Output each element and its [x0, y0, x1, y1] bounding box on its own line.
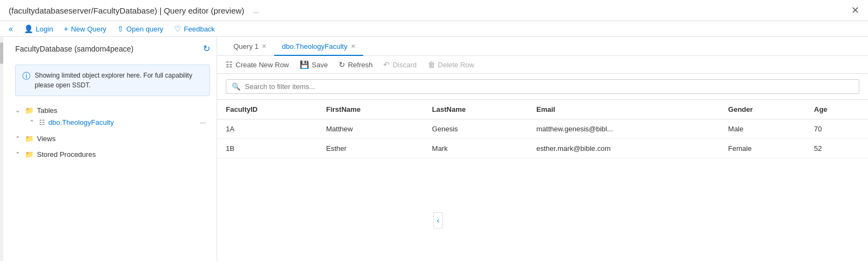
- content-area: Query 1 ✕ dbo.TheologyFaculty ✕ ☷ Create…: [217, 37, 868, 261]
- col-first-name: FirstName: [318, 100, 423, 119]
- search-bar: 🔍: [226, 79, 859, 94]
- new-query-icon: +: [64, 24, 68, 33]
- refresh-icon: ↻: [339, 60, 345, 69]
- info-text: Showing limited object explorer here. Fo…: [35, 71, 203, 90]
- cell-firstname-1: Esther: [318, 139, 423, 158]
- info-box: ⓘ Showing limited object explorer here. …: [15, 65, 210, 96]
- info-icon: ⓘ: [22, 71, 30, 81]
- toolbar: « 👤 Login + New Query ⇧ Open query ♡ Fee…: [0, 21, 868, 37]
- sidebar-refresh-icon[interactable]: ↻: [203, 43, 210, 54]
- sidebar-collapse-button[interactable]: ‹: [433, 212, 443, 228]
- tab-query1-close[interactable]: ✕: [262, 43, 267, 50]
- discard-icon: ↶: [383, 60, 390, 69]
- open-query-button[interactable]: ⇧ Open query: [117, 24, 163, 33]
- table-icon: ☷: [39, 119, 45, 126]
- cell-age-1: 52←: [806, 139, 868, 158]
- cell-age-0: 70: [806, 119, 868, 139]
- create-new-row-button[interactable]: ☷ Create New Row: [226, 60, 289, 69]
- discard-button[interactable]: ↶ Discard: [383, 60, 416, 69]
- cell-email-1: esther.mark@bible.com: [528, 139, 719, 158]
- delete-row-icon: 🗑: [428, 60, 435, 69]
- create-row-icon: ☷: [226, 60, 233, 69]
- table-header-row: FacultyID FirstName LastName Email Gende…: [217, 100, 868, 119]
- search-icon: 🔍: [232, 82, 240, 91]
- views-folder-icon: 📁: [25, 135, 34, 143]
- table-item-theologyFaculty[interactable]: ⌃ ☷ dbo.TheologyFaculty ···: [27, 116, 210, 129]
- sp-chevron: ⌃: [15, 151, 22, 158]
- tab-query1[interactable]: Query 1 ✕: [226, 37, 274, 56]
- action-bar: ☷ Create New Row 💾 Save ↻ Refresh ↶ Disc…: [217, 56, 868, 74]
- feedback-button[interactable]: ♡ Feedback: [174, 24, 215, 33]
- table-row[interactable]: 1B→EstherMarkesther.mark@bible.comFemale…: [217, 139, 868, 158]
- col-gender: Gender: [719, 100, 805, 119]
- new-query-button[interactable]: + New Query: [64, 24, 106, 33]
- refresh-button[interactable]: ↻ Refresh: [339, 60, 373, 69]
- views-chevron: ⌃: [15, 135, 22, 142]
- sp-folder-icon: 📁: [25, 150, 34, 158]
- tables-chevron: ⌄: [15, 107, 22, 114]
- tab-theologyFaculty-close[interactable]: ✕: [351, 43, 356, 50]
- save-icon: 💾: [300, 60, 309, 69]
- tabs-bar: Query 1 ✕ dbo.TheologyFaculty ✕: [217, 37, 868, 56]
- tab-theologyFaculty[interactable]: dbo.TheologyFaculty ✕: [274, 37, 363, 56]
- save-button[interactable]: 💾 Save: [300, 60, 328, 69]
- back-button[interactable]: «: [9, 24, 13, 33]
- tables-section: ⌄ 📁 Tables ⌃ ☷ dbo.TheologyFaculty ···: [15, 105, 210, 129]
- table-row[interactable]: 1AMatthewGenesismatthew.genesis@bibl...M…: [217, 119, 868, 139]
- tables-children: ⌃ ☷ dbo.TheologyFaculty ···: [27, 116, 210, 129]
- table-chevron: ⌃: [29, 119, 36, 126]
- cell-facultyid-1: 1B→: [217, 139, 318, 158]
- tables-folder-icon: 📁: [25, 106, 34, 115]
- stored-procedures-section: ⌃ 📁 Stored Procedures: [15, 149, 210, 160]
- window-title: (facultydatabaseserver/FacultyDatabase) …: [9, 6, 244, 15]
- col-faculty-id: FacultyID: [217, 100, 318, 119]
- table-name: dbo.TheologyFaculty: [48, 118, 114, 126]
- cell-lastname-1: Mark: [423, 139, 528, 158]
- views-section: ⌃ 📁 Views: [15, 133, 210, 144]
- cell-lastname-0: Genesis: [423, 119, 528, 139]
- title-bar: (facultydatabaseserver/FacultyDatabase) …: [0, 0, 868, 21]
- data-table: FacultyID FirstName LastName Email Gende…: [217, 100, 868, 158]
- col-last-name: LastName: [423, 100, 528, 119]
- delete-row-button[interactable]: 🗑 Delete Row: [428, 60, 474, 69]
- sidebar: FacultyDatabase (samdom4peace) ↻ ⓘ Showi…: [0, 37, 217, 261]
- cell-email-0: matthew.genesis@bibl...: [528, 119, 719, 139]
- cell-firstname-0: Matthew: [318, 119, 423, 139]
- cell-facultyid-0: 1A: [217, 119, 318, 139]
- stored-procedures-label[interactable]: ⌃ 📁 Stored Procedures: [15, 149, 210, 160]
- cell-gender-0: Male: [719, 119, 805, 139]
- login-button[interactable]: 👤 Login: [24, 24, 53, 33]
- title-ellipsis[interactable]: ...: [253, 7, 259, 15]
- sidebar-db-name: FacultyDatabase (samdom4peace): [15, 45, 134, 53]
- main-layout: FacultyDatabase (samdom4peace) ↻ ⓘ Showi…: [0, 37, 868, 261]
- sidebar-db-header: FacultyDatabase (samdom4peace) ↻: [15, 43, 210, 58]
- login-icon: 👤: [24, 24, 33, 33]
- table-ellipsis[interactable]: ···: [198, 118, 208, 126]
- tables-label[interactable]: ⌄ 📁 Tables: [15, 105, 210, 116]
- table-body: 1AMatthewGenesismatthew.genesis@bibl...M…: [217, 119, 868, 158]
- col-age: Age: [806, 100, 868, 119]
- search-bar-container: 🔍: [217, 74, 868, 100]
- table-container: FacultyID FirstName LastName Email Gende…: [217, 100, 868, 261]
- views-label[interactable]: ⌃ 📁 Views: [15, 133, 210, 144]
- cell-gender-1: Female: [719, 139, 805, 158]
- sidebar-scrollbar[interactable]: [0, 37, 3, 261]
- search-input[interactable]: [245, 82, 853, 91]
- open-query-icon: ⇧: [117, 24, 124, 33]
- feedback-icon: ♡: [174, 24, 181, 33]
- col-email: Email: [528, 100, 719, 119]
- close-button[interactable]: ✕: [851, 4, 859, 16]
